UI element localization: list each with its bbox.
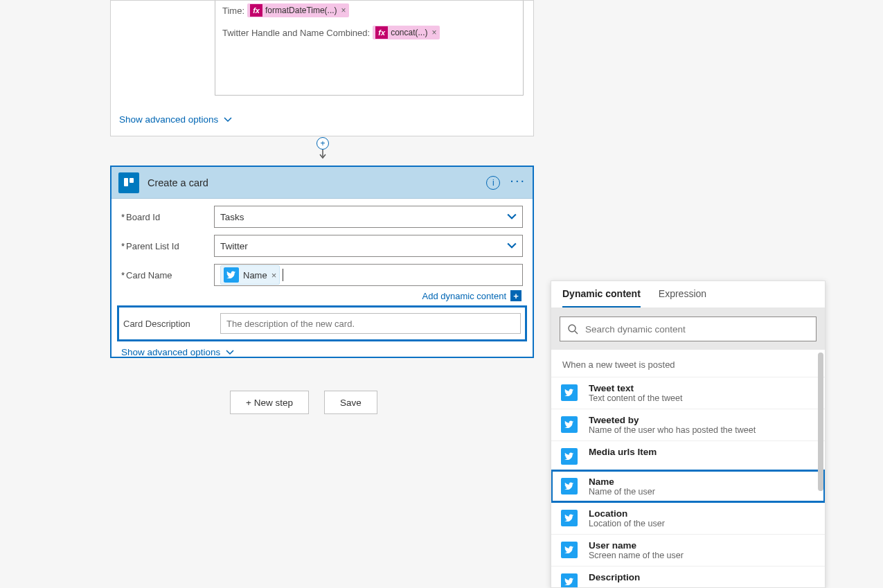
- twitter-icon: [561, 384, 578, 401]
- twitter-icon: [561, 478, 578, 495]
- dyn-item-location[interactable]: LocationLocation of the user: [551, 502, 825, 534]
- board-id-value: Tasks: [220, 212, 244, 222]
- dynamic-panel-tabs: Dynamic content Expression: [551, 281, 825, 308]
- previous-action-card: Time: fx formatDateTime(...) × Twitter H…: [110, 0, 534, 136]
- flow-designer-canvas: Time: fx formatDateTime(...) × Twitter H…: [0, 0, 883, 588]
- info-icon[interactable]: i: [486, 176, 500, 190]
- add-dynamic-content-button[interactable]: +: [510, 290, 521, 301]
- add-dynamic-content-row: Add dynamic content +: [121, 290, 521, 301]
- search-input[interactable]: [585, 324, 809, 335]
- handle-expression-token[interactable]: fx concat(...) ×: [373, 26, 439, 39]
- show-advanced-label: Show advanced options: [121, 347, 220, 357]
- twitter-icon: [561, 542, 578, 558]
- dyn-item-tweeted-by[interactable]: Tweeted byName of the user who has poste…: [551, 409, 825, 440]
- show-advanced-options-link[interactable]: Show advanced options: [121, 347, 523, 357]
- svg-line-4: [575, 331, 578, 334]
- arrow-down-icon: [319, 150, 327, 159]
- fx-icon: fx: [375, 26, 388, 39]
- time-expression-text: formatDateTime(...): [265, 6, 337, 15]
- action-body: *Board Id Tasks *Parent List Id Twitter: [112, 199, 533, 364]
- dynamic-group-title: When a new tweet is posted: [551, 350, 825, 377]
- twitter-icon: [561, 416, 578, 433]
- connector-add-step[interactable]: +: [316, 137, 330, 165]
- time-expression-token[interactable]: fx formatDateTime(...) ×: [247, 3, 349, 17]
- card-name-input[interactable]: Name ×: [214, 264, 523, 286]
- plus-icon[interactable]: +: [316, 137, 329, 150]
- text-caret: [283, 269, 283, 281]
- time-label: Time:: [222, 6, 244, 16]
- svg-rect-1: [124, 178, 128, 186]
- twitter-icon: [561, 573, 578, 587]
- save-button[interactable]: Save: [324, 391, 377, 414]
- show-advanced-options-link[interactable]: Show advanced options: [119, 114, 232, 125]
- chevron-down-icon: [224, 116, 232, 124]
- svg-rect-2: [130, 178, 134, 183]
- name-token-text: Name: [243, 270, 267, 280]
- action-title: Create a card: [148, 177, 486, 188]
- card-description-input[interactable]: [220, 313, 521, 334]
- close-icon[interactable]: ×: [432, 28, 437, 37]
- create-card-action: Create a card i ··· *Board Id Tasks *Par…: [110, 166, 534, 358]
- show-advanced-label: Show advanced options: [119, 114, 218, 125]
- dyn-item-description[interactable]: Description: [551, 566, 825, 587]
- fx-icon: fx: [250, 4, 262, 17]
- dyn-item-tweet-text[interactable]: Tweet textText content of the tweet: [551, 377, 825, 409]
- board-id-row: *Board Id Tasks: [121, 206, 523, 228]
- more-menu-icon[interactable]: ···: [510, 172, 526, 193]
- svg-point-3: [569, 325, 576, 332]
- bottom-buttons: + New step Save: [230, 391, 377, 414]
- scrollbar[interactable]: [818, 353, 823, 491]
- handle-expression-text: concat(...): [391, 28, 427, 37]
- close-icon[interactable]: ×: [341, 6, 346, 15]
- card-description-row: Card Description: [117, 305, 527, 341]
- trello-icon: [118, 172, 139, 193]
- tab-expression[interactable]: Expression: [659, 288, 706, 308]
- chevron-down-icon: [507, 241, 517, 251]
- parent-list-value: Twitter: [220, 241, 248, 251]
- twitter-icon: [561, 448, 578, 465]
- new-step-button[interactable]: + New step: [230, 391, 309, 414]
- twitter-icon: [561, 510, 578, 526]
- parent-list-label: *Parent List Id: [121, 241, 214, 251]
- board-id-label: *Board Id: [121, 212, 214, 222]
- board-id-select[interactable]: Tasks: [214, 206, 523, 228]
- dyn-item-media-urls[interactable]: Media urls Item: [551, 440, 825, 470]
- parent-list-row: *Parent List Id Twitter: [121, 235, 523, 257]
- dynamic-content-panel: Dynamic content Expression When a new tw…: [551, 280, 826, 588]
- compose-inputs-box: Time: fx formatDateTime(...) × Twitter H…: [215, 1, 524, 96]
- search-wrap: [551, 308, 825, 350]
- twitter-icon: [224, 267, 239, 283]
- card-name-label: *Card Name: [121, 270, 214, 280]
- dynamic-list-scroll: When a new tweet is posted Tweet textTex…: [551, 350, 825, 587]
- card-name-row: *Card Name Name ×: [121, 264, 523, 286]
- handle-row: Twitter Handle and Name Combined: fx con…: [222, 26, 516, 39]
- chevron-down-icon: [507, 212, 517, 222]
- parent-list-select[interactable]: Twitter: [214, 235, 523, 257]
- tab-dynamic-content[interactable]: Dynamic content: [562, 288, 641, 308]
- search-icon: [567, 323, 578, 335]
- dyn-item-name[interactable]: NameName of the user: [551, 470, 825, 502]
- chevron-down-icon: [226, 348, 234, 357]
- handle-label: Twitter Handle and Name Combined:: [222, 28, 370, 38]
- action-header[interactable]: Create a card i ···: [112, 167, 533, 199]
- card-description-label: Card Description: [123, 319, 220, 329]
- time-row: Time: fx formatDateTime(...) ×: [222, 3, 516, 17]
- name-token[interactable]: Name ×: [220, 265, 280, 285]
- add-dynamic-content-link[interactable]: Add dynamic content: [422, 291, 506, 301]
- close-icon[interactable]: ×: [271, 270, 277, 280]
- dyn-item-user-name[interactable]: User nameScreen name of the user: [551, 534, 825, 566]
- search-box[interactable]: [560, 317, 817, 341]
